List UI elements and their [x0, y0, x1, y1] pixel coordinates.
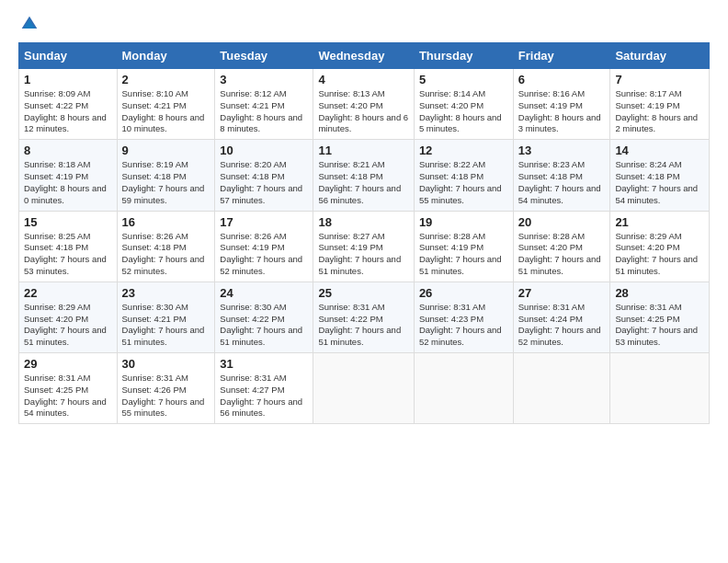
- day-info: Sunrise: 8:31 AMSunset: 4:27 PMDaylight:…: [220, 373, 308, 419]
- day-info: Sunrise: 8:20 AMSunset: 4:18 PMDaylight:…: [220, 159, 308, 206]
- calendar-cell: 28Sunrise: 8:31 AMSunset: 4:25 PMDayligh…: [610, 282, 710, 352]
- calendar-cell: [513, 353, 610, 424]
- calendar-cell: 19Sunrise: 8:28 AMSunset: 4:19 PMDayligh…: [414, 211, 513, 282]
- day-info: Sunrise: 8:28 AMSunset: 4:19 PMDaylight:…: [419, 231, 508, 278]
- day-info: Sunrise: 8:13 AMSunset: 4:20 PMDaylight:…: [318, 88, 408, 135]
- logo: [18, 15, 39, 33]
- day-info: Sunrise: 8:23 AMSunset: 4:18 PMDaylight:…: [518, 159, 606, 206]
- day-number: 2: [122, 73, 210, 86]
- calendar-cell: 8Sunrise: 8:18 AMSunset: 4:19 PMDaylight…: [19, 140, 118, 211]
- calendar-cell: 14Sunrise: 8:24 AMSunset: 4:18 PMDayligh…: [610, 140, 710, 211]
- calendar-header-row: SundayMondayTuesdayWednesdayThursdayFrid…: [19, 43, 710, 69]
- day-number: 25: [318, 286, 408, 300]
- day-info: Sunrise: 8:24 AMSunset: 4:18 PMDaylight:…: [615, 159, 704, 206]
- calendar-cell: 27Sunrise: 8:31 AMSunset: 4:24 PMDayligh…: [513, 282, 610, 352]
- day-info: Sunrise: 8:30 AMSunset: 4:21 PMDaylight:…: [122, 302, 210, 349]
- calendar-header-tuesday: Tuesday: [215, 43, 313, 69]
- day-info: Sunrise: 8:26 AMSunset: 4:18 PMDaylight:…: [122, 231, 210, 278]
- day-info: Sunrise: 8:09 AMSunset: 4:22 PMDaylight:…: [24, 88, 112, 135]
- day-info: Sunrise: 8:18 AMSunset: 4:19 PMDaylight:…: [24, 159, 112, 206]
- calendar-cell: 1Sunrise: 8:09 AMSunset: 4:22 PMDaylight…: [19, 69, 118, 140]
- day-info: Sunrise: 8:10 AMSunset: 4:21 PMDaylight:…: [122, 88, 210, 135]
- day-info: Sunrise: 8:26 AMSunset: 4:19 PMDaylight:…: [220, 231, 308, 278]
- day-number: 7: [615, 73, 704, 86]
- day-info: Sunrise: 8:31 AMSunset: 4:26 PMDaylight:…: [122, 373, 210, 419]
- calendar-cell: 10Sunrise: 8:20 AMSunset: 4:18 PMDayligh…: [215, 140, 313, 211]
- day-info: Sunrise: 8:29 AMSunset: 4:20 PMDaylight:…: [24, 302, 112, 349]
- calendar-cell: 2Sunrise: 8:10 AMSunset: 4:21 PMDaylight…: [117, 69, 215, 140]
- calendar-week-row: 1Sunrise: 8:09 AMSunset: 4:22 PMDaylight…: [19, 69, 710, 140]
- day-number: 9: [122, 144, 210, 157]
- calendar-cell: 24Sunrise: 8:30 AMSunset: 4:22 PMDayligh…: [215, 282, 313, 352]
- day-number: 20: [518, 215, 606, 229]
- day-number: 14: [615, 144, 704, 157]
- day-number: 23: [122, 286, 210, 300]
- calendar-cell: 7Sunrise: 8:17 AMSunset: 4:19 PMDaylight…: [610, 69, 710, 140]
- day-number: 26: [419, 286, 508, 300]
- header: [18, 15, 710, 33]
- logo-icon: [20, 15, 39, 33]
- day-info: Sunrise: 8:31 AMSunset: 4:23 PMDaylight:…: [419, 302, 508, 349]
- calendar-header-monday: Monday: [117, 43, 215, 69]
- calendar-cell: 17Sunrise: 8:26 AMSunset: 4:19 PMDayligh…: [215, 211, 313, 282]
- day-info: Sunrise: 8:21 AMSunset: 4:18 PMDaylight:…: [318, 159, 408, 206]
- day-info: Sunrise: 8:31 AMSunset: 4:22 PMDaylight:…: [318, 302, 408, 349]
- day-info: Sunrise: 8:12 AMSunset: 4:21 PMDaylight:…: [220, 88, 308, 135]
- calendar-cell: 30Sunrise: 8:31 AMSunset: 4:26 PMDayligh…: [117, 353, 215, 424]
- calendar-cell: 26Sunrise: 8:31 AMSunset: 4:23 PMDayligh…: [414, 282, 513, 352]
- calendar-cell: 6Sunrise: 8:16 AMSunset: 4:19 PMDaylight…: [513, 69, 610, 140]
- calendar-week-row: 22Sunrise: 8:29 AMSunset: 4:20 PMDayligh…: [19, 282, 710, 352]
- calendar-header-thursday: Thursday: [414, 43, 513, 69]
- calendar-cell: 5Sunrise: 8:14 AMSunset: 4:20 PMDaylight…: [414, 69, 513, 140]
- day-number: 28: [615, 286, 704, 300]
- day-number: 21: [615, 215, 704, 229]
- calendar-cell: 22Sunrise: 8:29 AMSunset: 4:20 PMDayligh…: [19, 282, 118, 352]
- calendar-header-friday: Friday: [513, 43, 610, 69]
- calendar-cell: 20Sunrise: 8:28 AMSunset: 4:20 PMDayligh…: [513, 211, 610, 282]
- day-number: 12: [419, 144, 508, 157]
- day-number: 16: [122, 215, 210, 229]
- day-info: Sunrise: 8:31 AMSunset: 4:25 PMDaylight:…: [24, 373, 112, 419]
- calendar-table: SundayMondayTuesdayWednesdayThursdayFrid…: [18, 42, 710, 424]
- calendar-cell: [414, 353, 513, 424]
- calendar-header-saturday: Saturday: [610, 43, 710, 69]
- day-number: 27: [518, 286, 606, 300]
- calendar-header-sunday: Sunday: [19, 43, 118, 69]
- calendar-cell: 13Sunrise: 8:23 AMSunset: 4:18 PMDayligh…: [513, 140, 610, 211]
- day-info: Sunrise: 8:22 AMSunset: 4:18 PMDaylight:…: [419, 159, 508, 206]
- day-info: Sunrise: 8:28 AMSunset: 4:20 PMDaylight:…: [518, 231, 606, 278]
- day-number: 10: [220, 144, 308, 157]
- day-info: Sunrise: 8:17 AMSunset: 4:19 PMDaylight:…: [615, 88, 704, 135]
- day-number: 18: [318, 215, 408, 229]
- day-number: 24: [220, 286, 308, 300]
- calendar-cell: [313, 353, 414, 424]
- calendar-cell: 4Sunrise: 8:13 AMSunset: 4:20 PMDaylight…: [313, 69, 414, 140]
- calendar-cell: 3Sunrise: 8:12 AMSunset: 4:21 PMDaylight…: [215, 69, 313, 140]
- day-number: 15: [24, 215, 112, 229]
- day-number: 19: [419, 215, 508, 229]
- calendar-cell: 18Sunrise: 8:27 AMSunset: 4:19 PMDayligh…: [313, 211, 414, 282]
- day-info: Sunrise: 8:30 AMSunset: 4:22 PMDaylight:…: [220, 302, 308, 349]
- day-number: 31: [220, 357, 308, 371]
- day-number: 1: [24, 73, 112, 86]
- calendar-week-row: 29Sunrise: 8:31 AMSunset: 4:25 PMDayligh…: [19, 353, 710, 424]
- calendar-cell: 25Sunrise: 8:31 AMSunset: 4:22 PMDayligh…: [313, 282, 414, 352]
- calendar-cell: 9Sunrise: 8:19 AMSunset: 4:18 PMDaylight…: [117, 140, 215, 211]
- day-info: Sunrise: 8:31 AMSunset: 4:25 PMDaylight:…: [615, 302, 704, 349]
- calendar-cell: 12Sunrise: 8:22 AMSunset: 4:18 PMDayligh…: [414, 140, 513, 211]
- page: SundayMondayTuesdayWednesdayThursdayFrid…: [0, 0, 728, 433]
- day-number: 5: [419, 73, 508, 86]
- day-number: 13: [518, 144, 606, 157]
- calendar-cell: 11Sunrise: 8:21 AMSunset: 4:18 PMDayligh…: [313, 140, 414, 211]
- day-info: Sunrise: 8:29 AMSunset: 4:20 PMDaylight:…: [615, 231, 704, 278]
- day-number: 30: [122, 357, 210, 371]
- calendar-cell: 31Sunrise: 8:31 AMSunset: 4:27 PMDayligh…: [215, 353, 313, 424]
- day-number: 6: [518, 73, 606, 86]
- day-info: Sunrise: 8:25 AMSunset: 4:18 PMDaylight:…: [24, 231, 112, 278]
- calendar-header-wednesday: Wednesday: [313, 43, 414, 69]
- day-info: Sunrise: 8:31 AMSunset: 4:24 PMDaylight:…: [518, 302, 606, 349]
- calendar-cell: 23Sunrise: 8:30 AMSunset: 4:21 PMDayligh…: [117, 282, 215, 352]
- calendar-cell: 29Sunrise: 8:31 AMSunset: 4:25 PMDayligh…: [19, 353, 118, 424]
- calendar-cell: [610, 353, 710, 424]
- day-number: 17: [220, 215, 308, 229]
